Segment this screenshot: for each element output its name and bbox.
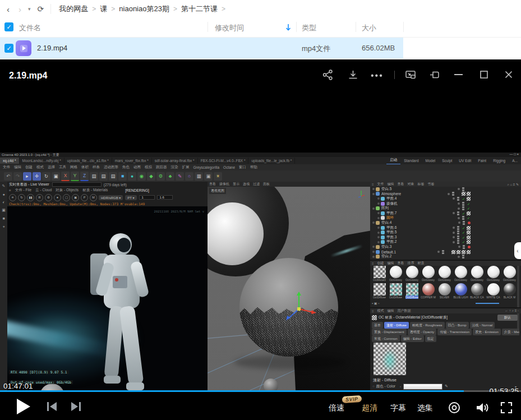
live-viewer-tool-icon[interactable]: ▣ [72, 194, 79, 201]
visibility-dots[interactable] [462, 216, 464, 220]
c4d-document-tab[interactable]: uploads_file...le_jack.fb * [248, 158, 295, 164]
texture-tag-icon[interactable] [457, 250, 460, 254]
object-tree-item[interactable]: 平面.7✓ [370, 211, 521, 216]
play-button[interactable] [17, 399, 30, 414]
object-tree-item[interactable]: 圆环✓ [370, 216, 521, 221]
material-swatch[interactable]: COPPER M [420, 283, 436, 300]
c4d-menu-item[interactable]: 体积 [81, 165, 89, 170]
layer-dot[interactable] [458, 217, 460, 219]
toolbar-icon[interactable]: Y [71, 172, 79, 181]
visibility-dots[interactable] [442, 250, 444, 254]
live-viewer-tool-icon[interactable]: ↻ [18, 194, 25, 201]
object-tree-item[interactable]: 阵列✓ [370, 206, 521, 211]
toolbar-icon[interactable]: ☀ [214, 172, 222, 181]
live-viewer-tool-icon[interactable]: M [90, 194, 97, 201]
toolbar-icon[interactable]: ♣ [166, 172, 174, 181]
toolbar-icon[interactable]: Z [80, 172, 89, 181]
eyedropper-icon[interactable]: ✎ [445, 384, 448, 389]
attribute-tab[interactable]: 常规 - Common [372, 335, 400, 342]
object-tree-item[interactable]: 空白.4 [370, 220, 521, 225]
layer-dot[interactable] [458, 246, 460, 248]
live-viewer-tool-icon[interactable]: ✳ [9, 194, 16, 201]
layer-dot[interactable] [458, 207, 460, 210]
attr-menu-item[interactable]: 模式 [377, 308, 384, 313]
c4d-menu-item[interactable]: 创建 [25, 165, 33, 170]
video-frame[interactable]: Cinema 4D 2023.1.0 - [xq.c4d *] - 主要 — □… [0, 153, 521, 420]
object-tree-item[interactable]: 平面.4✓ [370, 196, 521, 201]
object-tree-item[interactable]: Atmosphere [370, 192, 521, 197]
viewport-menu-item[interactable]: 过滤 [253, 182, 260, 187]
toolbar-icon[interactable]: ✛ [33, 172, 41, 181]
layer-dot[interactable] [453, 227, 455, 229]
c4d-menu-item[interactable]: 窗口 [239, 165, 246, 170]
minimize-icon[interactable] [454, 74, 463, 75]
material-swatch[interactable]: BLACK CA [469, 283, 485, 300]
texture-tag-icon[interactable] [467, 230, 471, 234]
toolbar-icon[interactable]: ▤ [109, 172, 117, 181]
c4d-menu-item[interactable]: 帮助 [250, 165, 257, 170]
material-swatch[interactable]: WHITE CA [485, 283, 501, 300]
texture-tag-icon[interactable] [467, 226, 471, 230]
c4d-menu-item[interactable]: 网格 [70, 165, 77, 170]
c4d-document-tab[interactable]: uploads_file...clo_a1.fbx * [64, 158, 112, 164]
live-viewer-tool-icon[interactable]: ⚙ [45, 194, 52, 201]
layer-dot[interactable] [453, 232, 455, 234]
material-swatch[interactable]: BLUE LIGH [453, 283, 469, 300]
row-checkbox[interactable]: ✓ [4, 44, 13, 53]
toolbar-icon[interactable]: ▤ [99, 172, 108, 181]
material-view-toggles[interactable]: ▪ ▣ ▫ [372, 301, 379, 305]
layer-dot[interactable] [453, 212, 455, 214]
next-button[interactable] [70, 401, 82, 412]
layer-dot[interactable] [453, 241, 455, 243]
material-swatch[interactable]: BLACK M [501, 283, 518, 300]
c4d-layout-tab[interactable]: Rigging [490, 158, 509, 164]
column-header-size[interactable]: 大小 [362, 23, 376, 33]
layer-dot[interactable] [458, 188, 460, 190]
attribute-tab[interactable]: 指定 [425, 335, 436, 342]
attr-menu-item[interactable]: 用户数据 [398, 308, 411, 313]
object-tree-item[interactable]: 空白.2 [370, 254, 521, 259]
c4d-layout-tab[interactable]: Standard [400, 158, 422, 164]
material-swatch[interactable]: OctDiffuse [371, 283, 388, 300]
c4d-document-tab[interactable]: MoonLandsc...ndfy.obj * [20, 158, 64, 164]
material-swatch[interactable]: OctGlossy [453, 266, 469, 283]
previous-button[interactable] [46, 401, 58, 412]
toolbar-icon[interactable]: ◆ [147, 172, 155, 181]
visibility-dots[interactable] [457, 240, 459, 244]
material-scrollbar[interactable] [476, 303, 499, 304]
visibility-dots[interactable] [457, 226, 459, 230]
material-menu-item[interactable]: 创建 [377, 261, 384, 266]
playback-speed-button[interactable]: 倍速 [329, 403, 344, 413]
object-tree-item[interactable]: 空白.5 [370, 187, 521, 192]
toolbar-icon[interactable]: ◉ [137, 172, 146, 181]
viewport-menu-item[interactable]: 选项 [243, 182, 250, 187]
toolbar-icon[interactable]: ▣ [204, 172, 213, 181]
material-swatch[interactable]: OctGlossy [404, 266, 420, 283]
c4d-layout-tab[interactable]: Model [422, 158, 439, 164]
material-menu-item[interactable]: 查看 [398, 261, 404, 266]
visibility-dots[interactable] [463, 245, 465, 249]
quality-button[interactable]: 超清 [362, 403, 377, 413]
disabled-dot[interactable] [468, 221, 471, 224]
c4d-menu-item[interactable]: 工具 [59, 165, 66, 170]
c4d-menu-item[interactable]: 动画 [133, 165, 141, 170]
breadcrumb-item[interactable]: 课 [100, 4, 107, 14]
texture-preview[interactable] [374, 343, 406, 375]
visibility-dots[interactable] [463, 221, 465, 225]
c4d-menu-item[interactable]: Greyscalegorilla [193, 165, 220, 169]
om-menu-item[interactable]: 标签 [418, 182, 425, 187]
toolbar-icon[interactable]: ✎ [176, 172, 184, 181]
visibility-dots[interactable] [462, 206, 464, 210]
c4d-menu-item[interactable]: 选择 [48, 165, 55, 170]
texture-tag-icon[interactable] [467, 192, 471, 196]
c4d-layout-tab[interactable]: Paint [474, 158, 490, 164]
enabled-check-icon[interactable]: ✓ [462, 230, 465, 234]
texture-tag-icon[interactable] [467, 250, 471, 254]
enabled-check-icon[interactable]: ✓ [462, 236, 465, 239]
material-swatch[interactable]: OctGlossy [388, 266, 404, 283]
c4d-menu-item[interactable]: Octane [223, 165, 235, 169]
material-menu-item[interactable]: 排序 [408, 261, 414, 266]
toolbar-icon[interactable]: ● [128, 172, 136, 181]
toolbar-icon[interactable]: ↻ [42, 172, 50, 181]
column-header-type[interactable]: 类型 [302, 23, 316, 33]
